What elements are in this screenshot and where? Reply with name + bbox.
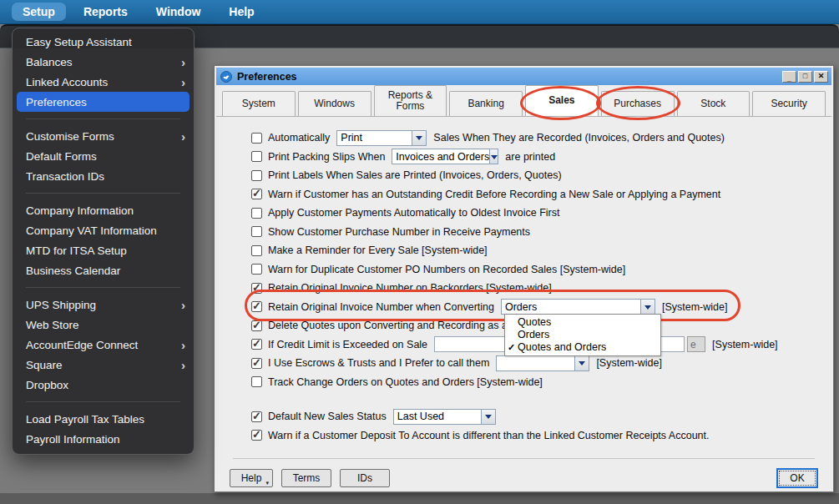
menu-item-accountedge-connect[interactable]: AccountEdge Connect› bbox=[13, 335, 194, 355]
tab-sales[interactable]: Sales bbox=[525, 85, 599, 116]
checkbox[interactable] bbox=[251, 133, 262, 144]
menu-item-default-forms[interactable]: Default Forms bbox=[13, 146, 194, 166]
menu-item-preferences[interactable]: Preferences bbox=[17, 92, 190, 112]
row-label: Track Change Orders on Quotes and Orders… bbox=[268, 376, 543, 388]
titlebar[interactable]: Preferences _ □ ✕ bbox=[216, 68, 831, 85]
combo-select[interactable]: Orders bbox=[501, 299, 655, 315]
menu-item-company-vat-information[interactable]: Company VAT Information bbox=[13, 220, 194, 240]
help-button-label: Help bbox=[241, 472, 262, 484]
row-label: Make a Reminder for Every Sale [System-w… bbox=[268, 244, 488, 256]
checkbox[interactable] bbox=[251, 170, 262, 181]
menubar: SetupReportsWindowHelp bbox=[0, 0, 839, 24]
disabled-field-fragment: e bbox=[687, 336, 705, 352]
checkbox[interactable] bbox=[251, 283, 262, 294]
menu-separator bbox=[26, 118, 180, 119]
checkbox[interactable] bbox=[251, 358, 262, 369]
checkbox[interactable] bbox=[251, 151, 262, 162]
menu-item-ups-shipping[interactable]: UPS Shipping› bbox=[13, 295, 194, 315]
row-label: Delete Quotes upon Converting and Record… bbox=[268, 320, 508, 331]
checkbox[interactable] bbox=[251, 189, 262, 199]
menu-item-label: Square bbox=[26, 359, 181, 371]
tab-banking[interactable]: Banking bbox=[449, 91, 523, 116]
menu-item-customise-forms[interactable]: Customise Forms› bbox=[13, 126, 194, 146]
preference-row: Default New Sales StatusLast Used bbox=[216, 407, 831, 426]
checkbox[interactable] bbox=[251, 264, 262, 275]
menu-item-dropbox[interactable]: Dropbox bbox=[13, 375, 194, 395]
checkbox[interactable] bbox=[251, 339, 262, 350]
footer-divider bbox=[233, 458, 815, 459]
combo-dropdown-list: QuotesOrdersQuotes and Orders bbox=[504, 314, 661, 356]
combo-select[interactable] bbox=[496, 355, 589, 371]
terms-button[interactable]: Terms bbox=[281, 469, 331, 487]
preference-row: Retain Original Invoice Number on Backor… bbox=[216, 279, 831, 298]
menu-item-payroll-information[interactable]: Payroll Information bbox=[13, 429, 194, 449]
dropdown-option-quotes[interactable]: Quotes bbox=[505, 316, 660, 329]
menubar-item-window[interactable]: Window bbox=[145, 3, 212, 21]
menu-item-label: Customise Forms bbox=[26, 130, 181, 143]
chevron-down-icon[interactable] bbox=[481, 410, 495, 424]
window-title: Preferences bbox=[237, 71, 781, 83]
tab-stock[interactable]: Stock bbox=[677, 91, 751, 116]
combo-select[interactable]: Print bbox=[336, 130, 427, 146]
row-label: Warn if Customer has an Outstanding Cred… bbox=[268, 189, 720, 200]
row-label: Print Labels When Sales are Printed (Inv… bbox=[268, 169, 562, 181]
help-button[interactable]: Help ▾ bbox=[230, 469, 273, 487]
checkbox[interactable] bbox=[251, 301, 262, 312]
menu-item-square[interactable]: Square› bbox=[13, 355, 194, 375]
maximize-icon[interactable]: □ bbox=[798, 71, 812, 83]
ids-button[interactable]: IDs bbox=[340, 469, 390, 487]
checkbox[interactable] bbox=[251, 376, 262, 387]
menu-item-easy-setup-assistant[interactable]: Easy Setup Assistant bbox=[13, 32, 194, 52]
checkbox[interactable] bbox=[251, 320, 262, 331]
checkbox[interactable] bbox=[251, 245, 262, 256]
combo-select[interactable]: Last Used bbox=[393, 409, 496, 425]
minimize-icon[interactable]: _ bbox=[782, 71, 796, 83]
preferences-content: AutomaticallyPrintSales When They are Re… bbox=[216, 116, 831, 458]
menu-item-business-calendar[interactable]: Business Calendar bbox=[13, 260, 194, 280]
dropdown-option-quotes-and-orders[interactable]: Quotes and Orders bbox=[505, 341, 660, 354]
checkbox[interactable] bbox=[251, 226, 262, 237]
desktop: SetupReportsWindowHelp Easy Setup Assist… bbox=[0, 0, 839, 504]
accountedge-logo-icon bbox=[220, 71, 232, 83]
tab-purchases[interactable]: Purchases bbox=[601, 91, 675, 116]
chevron-down-icon[interactable] bbox=[574, 356, 589, 370]
tab-windows[interactable]: Windows bbox=[298, 91, 371, 116]
menu-item-linked-accounts[interactable]: Linked Accounts› bbox=[13, 72, 194, 92]
chevron-down-icon[interactable] bbox=[412, 131, 426, 145]
menu-item-transaction-ids[interactable]: Transaction IDs bbox=[13, 166, 194, 186]
preference-row: Warn for Duplicate Customer PO Numbers o… bbox=[216, 260, 831, 280]
menu-item-load-payroll-tax-tables[interactable]: Load Payroll Tax Tables bbox=[13, 409, 194, 429]
tab-reports-forms[interactable]: Reports & Forms bbox=[374, 85, 447, 116]
chevron-right-icon: › bbox=[181, 359, 185, 371]
menu-item-mtd-for-itsa-setup[interactable]: MTD for ITSA Setup bbox=[13, 240, 194, 260]
menu-item-label: AccountEdge Connect bbox=[26, 339, 181, 351]
chevron-down-icon[interactable] bbox=[489, 149, 498, 164]
menubar-item-setup[interactable]: Setup bbox=[12, 3, 66, 21]
menubar-item-reports[interactable]: Reports bbox=[73, 3, 139, 21]
checkbox[interactable] bbox=[251, 411, 262, 422]
chevron-down-icon[interactable] bbox=[640, 300, 655, 314]
preference-row: I Use Escrows & Trusts and I Prefer to c… bbox=[216, 354, 831, 373]
ok-button[interactable]: OK bbox=[779, 471, 816, 486]
menu-item-company-information[interactable]: Company Information bbox=[13, 200, 194, 220]
menu-item-label: Dropbox bbox=[26, 379, 185, 391]
preference-row: Make a Reminder for Every Sale [System-w… bbox=[216, 241, 831, 260]
tab-security[interactable]: Security bbox=[752, 91, 826, 116]
setup-menu: Easy Setup AssistantBalances›Linked Acco… bbox=[12, 28, 195, 455]
row-suffix-label: Sales When They are Recorded (Invoices, … bbox=[433, 132, 725, 144]
checkbox[interactable] bbox=[251, 208, 262, 219]
menu-item-balances[interactable]: Balances› bbox=[13, 52, 194, 72]
combo-select[interactable]: Invoices and Orders bbox=[392, 149, 498, 164]
checkbox[interactable] bbox=[251, 430, 262, 441]
row-label: Retain Original Invoice Number on Backor… bbox=[268, 282, 552, 294]
dropdown-option-orders[interactable]: Orders bbox=[505, 329, 660, 341]
tab-system[interactable]: System bbox=[222, 91, 296, 116]
close-icon[interactable]: ✕ bbox=[814, 71, 828, 83]
row-label: Warn if a Customer Deposit To Account is… bbox=[268, 430, 710, 441]
footer: Help ▾ Terms IDs OK bbox=[216, 467, 831, 488]
menu-item-web-store[interactable]: Web Store bbox=[13, 315, 194, 335]
menu-item-label: Load Payroll Tax Tables bbox=[26, 413, 185, 426]
menu-item-label: Preferences bbox=[26, 96, 185, 108]
menubar-item-help[interactable]: Help bbox=[218, 3, 265, 21]
menu-item-label: Payroll Information bbox=[26, 433, 185, 446]
